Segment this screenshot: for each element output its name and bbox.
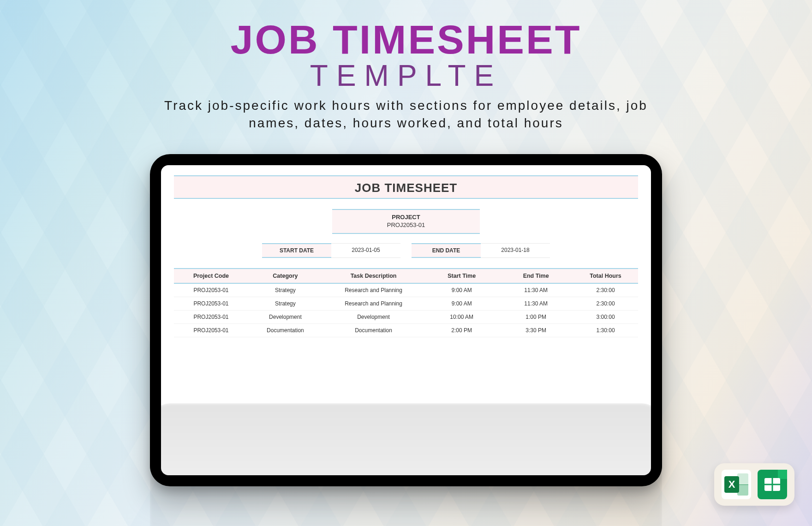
cell-code: PROJ2053-01	[174, 284, 248, 297]
end-date-value: 2023-01-18	[481, 243, 550, 258]
cell-task: Research and Planning	[322, 284, 424, 297]
cell-task: Development	[322, 311, 424, 323]
sheet-title: JOB TIMESHEET	[174, 181, 638, 195]
cell-task: Research and Planning	[322, 297, 424, 310]
cell-start: 2:00 PM	[424, 324, 499, 337]
dates-row: START DATE 2023-01-05 END DATE 2023-01-1…	[174, 243, 638, 258]
page-title-line2: TEMPLTE	[0, 61, 812, 90]
timesheet-table: Project Code Category Task Description S…	[174, 268, 638, 337]
cell-total: 3:00:00	[573, 311, 638, 323]
google-sheets-icon	[758, 470, 787, 499]
cell-category: Development	[248, 311, 322, 323]
cell-code: PROJ2053-01	[174, 297, 248, 310]
cell-total: 2:30:00	[573, 297, 638, 310]
cell-start: 9:00 AM	[424, 297, 499, 310]
sheets-grid-icon	[764, 478, 780, 491]
project-block: PROJECT PROJ2053-01	[332, 209, 480, 234]
table-header: Project Code Category Task Description S…	[174, 268, 638, 284]
start-date-pair: START DATE 2023-01-05	[262, 243, 400, 258]
excel-icon: X	[722, 470, 751, 499]
end-date-label: END DATE	[412, 243, 481, 258]
cell-total: 2:30:00	[573, 284, 638, 297]
cell-end: 11:30 AM	[499, 284, 573, 297]
cell-start: 9:00 AM	[424, 284, 499, 297]
subtitle-line2: names, dates, hours worked, and total ho…	[249, 116, 563, 130]
col-start-time: Start Time	[424, 269, 499, 283]
hero-section: JOB TIMESHEET TEMPLTE Track job-specific…	[0, 0, 812, 132]
start-date-label: START DATE	[262, 243, 331, 258]
col-task-desc: Task Description	[322, 269, 424, 283]
cell-code: PROJ2053-01	[174, 311, 248, 323]
table-row: PROJ2053-01 Strategy Research and Planni…	[174, 297, 638, 311]
col-project-code: Project Code	[174, 269, 248, 283]
table-row: PROJ2053-01 Development Development 10:0…	[174, 311, 638, 324]
page-title-line1: JOB TIMESHEET	[0, 19, 812, 60]
page-subtitle: Track job-specific work hours with secti…	[0, 97, 812, 132]
excel-x-icon: X	[724, 476, 739, 493]
end-date-pair: END DATE 2023-01-18	[412, 243, 550, 258]
project-label: PROJECT	[332, 214, 480, 221]
cell-total: 1:30:00	[573, 324, 638, 337]
cell-task: Documentation	[322, 324, 424, 337]
app-icons-badge: X	[714, 463, 794, 506]
sheet-title-row: JOB TIMESHEET	[174, 175, 638, 199]
cell-end: 1:00 PM	[499, 311, 573, 323]
start-date-value: 2023-01-05	[331, 243, 400, 258]
col-category: Category	[248, 269, 322, 283]
cell-code: PROJ2053-01	[174, 324, 248, 337]
table-row: PROJ2053-01 Strategy Research and Planni…	[174, 284, 638, 297]
cell-category: Documentation	[248, 324, 322, 337]
cell-category: Strategy	[248, 297, 322, 310]
cell-end: 11:30 AM	[499, 297, 573, 310]
tablet-mockup: JOB TIMESHEET PROJECT PROJ2053-01 START …	[150, 154, 662, 486]
tablet-reflection	[150, 403, 662, 526]
cell-category: Strategy	[248, 284, 322, 297]
cell-start: 10:00 AM	[424, 311, 499, 323]
project-value: PROJ2053-01	[332, 221, 480, 228]
subtitle-line1: Track job-specific work hours with secti…	[164, 98, 648, 113]
cell-end: 3:30 PM	[499, 324, 573, 337]
col-total-hours: Total Hours	[573, 269, 638, 283]
table-row: PROJ2053-01 Documentation Documentation …	[174, 324, 638, 337]
col-end-time: End Time	[499, 269, 573, 283]
